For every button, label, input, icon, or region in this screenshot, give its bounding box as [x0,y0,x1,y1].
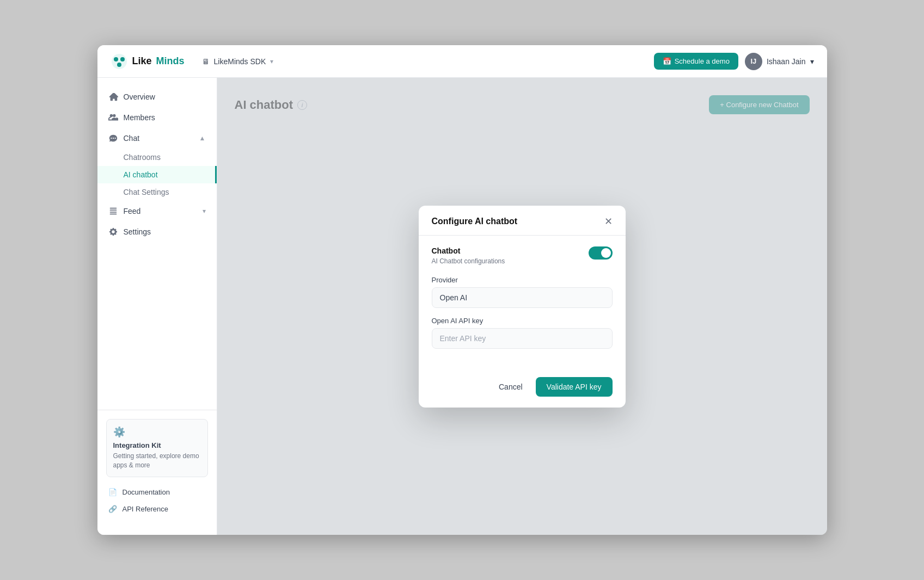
documentation-label: Documentation [123,488,170,496]
breadcrumb-chevron-icon: ▾ [270,58,273,65]
modal-header: Configure AI chatbot ✕ [419,206,626,236]
sidebar-item-ai-chatbot-label: AI chatbot [124,170,158,179]
sidebar-item-settings-label: Settings [124,227,151,236]
modal-footer: Cancel Validate API key [419,368,626,408]
modal-close-button[interactable]: ✕ [604,217,613,226]
modal-title: Configure AI chatbot [432,217,518,226]
sidebar-item-overview-label: Overview [124,92,155,101]
user-name: Ishaan Jain [767,57,806,66]
feed-group-chevron-icon: ▾ [203,207,206,215]
schedule-demo-button[interactable]: 📅 Schedule a demo [654,53,738,70]
svg-point-2 [120,57,125,61]
sidebar-item-chat-settings-label: Chat Settings [124,188,169,196]
svg-point-3 [117,63,121,67]
sidebar-item-api-reference[interactable]: 🔗 API Reference [106,501,208,517]
user-menu[interactable]: IJ Ishaan Jain ▾ [745,53,814,70]
sidebar-item-documentation[interactable]: 📄 Documentation [106,484,208,501]
validate-api-key-button[interactable]: Validate API key [536,377,613,397]
sidebar-item-members[interactable]: Members [97,107,217,128]
user-chevron-icon: ▾ [810,57,814,66]
chatbot-toggle[interactable] [589,246,613,260]
header-right: 📅 Schedule a demo IJ Ishaan Jain ▾ [654,53,814,70]
schedule-demo-label: Schedule a demo [675,57,730,65]
breadcrumb-icon: 🖥 [202,57,210,66]
logo[interactable]: LikeMinds [111,53,185,70]
modal-body: Chatbot AI Chatbot configurations Provid… [419,236,626,368]
provider-label: Provider [432,276,613,284]
modal-overlay: Configure AI chatbot ✕ Chatbot AI Chatbo… [217,78,827,535]
svg-point-1 [114,57,118,61]
chatbot-toggle-row: Chatbot AI Chatbot configurations [432,246,613,265]
documentation-icon: 📄 [108,488,117,496]
api-key-group: Open AI API key [432,317,613,349]
sidebar-item-members-label: Members [124,113,155,122]
breadcrumb-label: LikeMinds SDK [214,57,266,66]
sidebar-group-chat-label: Chat [124,134,140,143]
sidebar-item-chatrooms-label: Chatrooms [124,153,161,162]
sidebar: Overview Members Chat ▲ [97,78,217,535]
cancel-button[interactable]: Cancel [492,378,529,396]
integration-kit-title: Integration Kit [113,441,201,449]
avatar: IJ [745,53,762,70]
configure-chatbot-modal: Configure AI chatbot ✕ Chatbot AI Chatbo… [419,206,626,408]
chatbot-info: Chatbot AI Chatbot configurations [432,246,505,265]
sidebar-item-settings[interactable]: Settings [97,221,217,242]
sidebar-sub-chat: Chatrooms AI chatbot Chat Settings [97,149,217,201]
api-key-input[interactable] [432,328,613,349]
header: LikeMinds 🖥 LikeMinds SDK ▾ 📅 Schedule a… [97,45,827,78]
logo-like: Like [132,55,152,67]
sidebar-group-chat[interactable]: Chat ▲ [97,128,217,149]
api-reference-label: API Reference [123,505,169,513]
calendar-icon: 📅 [663,57,671,65]
integration-kit-card[interactable]: ⚙️ Integration Kit Getting started, expl… [106,419,208,477]
sidebar-item-ai-chatbot[interactable]: AI chatbot [97,166,217,183]
api-reference-icon: 🔗 [108,505,117,513]
sidebar-group-feed[interactable]: Feed ▾ [97,201,217,221]
breadcrumb[interactable]: 🖥 LikeMinds SDK ▾ [202,57,274,66]
integration-kit-desc: Getting started, explore demo apps & mor… [113,452,201,470]
main-content: AI chatbot i + Configure new Chatbot Con… [217,78,827,535]
sidebar-bottom: ⚙️ Integration Kit Getting started, expl… [97,410,217,526]
sidebar-item-chat-settings[interactable]: Chat Settings [97,183,217,201]
sidebar-group-feed-label: Feed [124,207,141,215]
provider-input[interactable] [432,287,613,308]
chatbot-desc: AI Chatbot configurations [432,257,505,265]
chatbot-label: Chatbot [432,246,505,255]
logo-minds: Minds [156,55,185,67]
sidebar-nav: Overview Members Chat ▲ [97,87,217,410]
chat-group-chevron-icon: ▲ [199,134,206,142]
api-key-label: Open AI API key [432,317,613,325]
sidebar-item-overview[interactable]: Overview [97,87,217,107]
sidebar-item-chatrooms[interactable]: Chatrooms [97,149,217,166]
provider-group: Provider [432,276,613,308]
